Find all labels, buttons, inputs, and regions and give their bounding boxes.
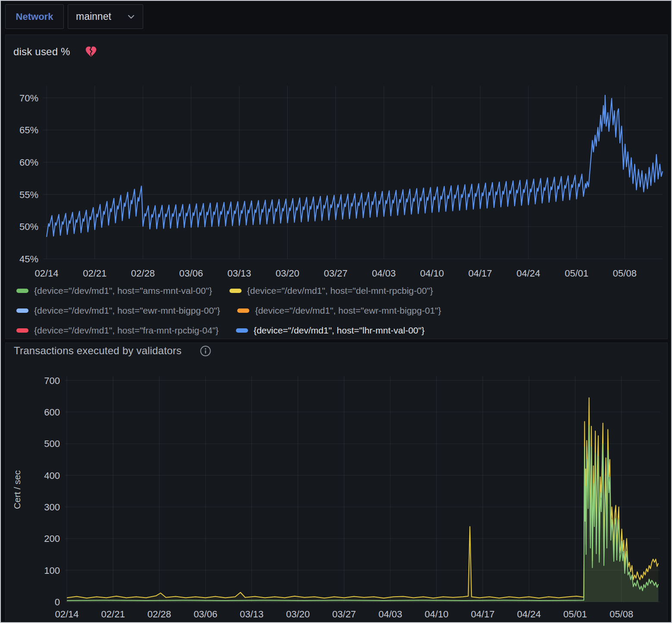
legend-row: {device="/dev/md1", host="fra-mnt-rpcbig… <box>16 321 441 340</box>
y-tick-label: 50% <box>19 221 38 232</box>
legend-item[interactable]: {device="/dev/md1", host="lhr-mnt-val-00… <box>236 325 424 336</box>
legend-series-label: {device="/dev/md1", host="lhr-mnt-val-00… <box>254 325 424 336</box>
legend-series-color-pill <box>16 308 28 313</box>
x-tick-label: 04/24 <box>517 609 541 620</box>
legend-row: {device="/dev/md1", host="ams-mnt-val-00… <box>16 281 441 301</box>
legend-series-color-pill <box>16 328 28 333</box>
tx-chart-svg[interactable]: 700600500400300200100002/1402/2102/2803/… <box>6 367 668 622</box>
disk-series-line[interactable] <box>47 95 663 237</box>
legend-series-color-pill <box>229 289 242 293</box>
disk-legend: {device="/dev/md1", host="ams-mnt-val-00… <box>16 281 441 340</box>
x-tick-label: 02/14 <box>55 609 79 620</box>
x-tick-label: 02/21 <box>83 268 107 279</box>
y-tick-label: 600 <box>44 407 60 418</box>
y-tick-label: 500 <box>44 438 60 449</box>
y-tick-label: 60% <box>19 157 38 168</box>
x-tick-label: 03/20 <box>276 268 299 279</box>
x-tick-label: 02/28 <box>148 609 171 620</box>
tx-series-area-yellow-validator <box>67 398 658 602</box>
legend-series-color-pill <box>237 308 249 313</box>
x-tick-label: 03/13 <box>240 609 264 620</box>
x-tick-label: 04/10 <box>425 609 449 620</box>
panel-disk-header[interactable]: disk used % <box>13 44 97 60</box>
panel-title: Transactions executed by validators <box>14 345 182 357</box>
x-tick-label: 02/21 <box>101 609 125 620</box>
x-tick-label: 03/27 <box>332 609 356 620</box>
info-circle-icon[interactable] <box>200 345 211 357</box>
legend-series-color-pill <box>236 328 248 333</box>
x-tick-label: 05/01 <box>565 268 588 279</box>
y-tick-label: 65% <box>19 125 38 135</box>
legend-series-label: {device="/dev/md1", host="del-mnt-rpcbig… <box>247 286 433 296</box>
x-tick-label: 05/01 <box>563 609 587 620</box>
x-tick-label: 03/06 <box>179 268 203 279</box>
x-tick-label: 04/17 <box>468 268 492 279</box>
x-tick-label: 04/03 <box>378 609 402 620</box>
legend-item[interactable]: {device="/dev/md1", host="del-mnt-rpcbig… <box>229 286 433 296</box>
legend-item[interactable]: {device="/dev/md1", host="ewr-mnt-bigpg-… <box>237 305 441 316</box>
x-tick-label: 04/24 <box>516 268 540 279</box>
legend-series-label: {device="/dev/md1", host="ewr-mnt-bigpg-… <box>255 305 441 316</box>
x-tick-label: 02/28 <box>131 268 155 279</box>
x-tick-label: 03/20 <box>286 609 310 620</box>
legend-item[interactable]: {device="/dev/md1", host="ewr-mnt-bigpg-… <box>16 305 220 316</box>
legend-item[interactable]: {device="/dev/md1", host="ams-mnt-val-00… <box>16 286 212 296</box>
variable-label-network: Network <box>5 4 64 29</box>
broken-heart-icon <box>85 46 97 58</box>
legend-series-color-pill <box>16 289 28 293</box>
y-tick-label: 45% <box>19 254 38 264</box>
tx-series-line-yellow-validator[interactable] <box>67 398 658 598</box>
panel-disk-used: disk used % 70%65%60%55%50%45%02/1402/21… <box>5 35 668 339</box>
legend-row: {device="/dev/md1", host="ewr-mnt-bigpg-… <box>16 301 441 321</box>
x-tick-label: 03/06 <box>194 609 217 620</box>
tx-series-line-green-validator[interactable] <box>67 425 658 601</box>
y-tick-label: 70% <box>19 93 38 104</box>
panel-tx-header[interactable]: Transactions executed by validators <box>14 344 211 358</box>
network-select-dropdown[interactable]: mainnet <box>68 4 143 29</box>
x-tick-label: 04/17 <box>471 609 495 620</box>
x-tick-label: 04/10 <box>420 268 444 279</box>
x-tick-label: 02/14 <box>35 268 58 279</box>
y-tick-label: 700 <box>44 375 60 386</box>
legend-series-label: {device="/dev/md1", host="fra-mnt-rpcbig… <box>34 325 219 336</box>
y-tick-label: 0 <box>55 597 60 607</box>
legend-series-label: {device="/dev/md1", host="ams-mnt-val-00… <box>34 286 212 296</box>
legend-series-label: {device="/dev/md1", host="ewr-mnt-bigpg-… <box>34 305 220 316</box>
dashboard: Network mainnet disk used % 70%65%60%55%… <box>0 0 672 623</box>
y-tick-label: 300 <box>44 502 60 513</box>
disk-chart-svg[interactable]: 70%65%60%55%50%45%02/1402/2102/2803/0603… <box>6 78 668 281</box>
variable-label-text: Network <box>16 11 53 22</box>
network-select-value: mainnet <box>76 11 111 22</box>
tx-series-area-green-validator <box>67 425 658 602</box>
panel-transactions: Transactions executed by validators 7006… <box>5 343 668 621</box>
y-tick-label: 400 <box>44 470 60 481</box>
x-tick-label: 05/08 <box>613 268 637 279</box>
legend-item[interactable]: {device="/dev/md1", host="fra-mnt-rpcbig… <box>16 325 219 336</box>
y-tick-label: 100 <box>44 565 60 576</box>
panel-title: disk used % <box>13 46 70 58</box>
y-axis-title: Cert / sec <box>12 470 22 509</box>
chevron-down-icon <box>127 14 135 19</box>
y-tick-label: 55% <box>19 189 38 200</box>
x-tick-label: 03/13 <box>227 268 251 279</box>
x-tick-label: 04/03 <box>372 268 396 279</box>
y-tick-label: 200 <box>44 533 60 544</box>
x-tick-label: 05/08 <box>609 609 633 620</box>
x-tick-label: 03/27 <box>324 268 348 279</box>
